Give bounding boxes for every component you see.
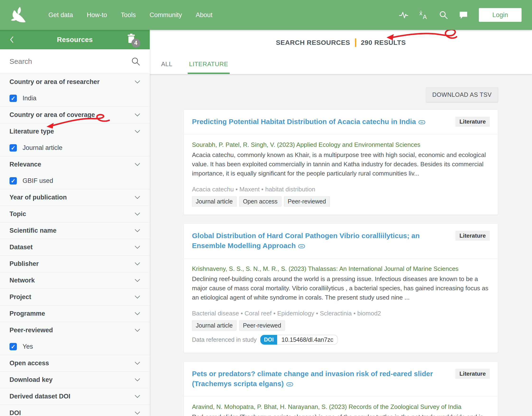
checkbox-checked[interactable]: ✓ — [10, 95, 17, 102]
result-title-link[interactable]: Pets or predators? climate change and in… — [192, 369, 449, 389]
doi-link[interactable]: DOI10.15468/dl.4an7zc — [260, 335, 338, 345]
gbif-resources-page: Get dataHow-toToolsCommunityAbout x̄ A L… — [0, 0, 532, 416]
filter-label: Literature type — [10, 128, 135, 135]
tab-all[interactable]: ALL — [160, 60, 174, 74]
result-chips: Journal articlePeer-reviewed — [192, 321, 490, 331]
chevron-down-icon — [135, 212, 140, 216]
filter-header[interactable]: Publisher — [0, 256, 150, 272]
filter-header[interactable]: Derived dataset DOI — [0, 388, 150, 405]
result-abstract: Declining reef-building corals around th… — [192, 274, 490, 302]
filter-header[interactable]: Relevance — [0, 156, 150, 173]
chevron-down-icon — [135, 130, 140, 133]
filter-label: Network — [10, 277, 135, 284]
svg-text:x̄: x̄ — [419, 10, 422, 16]
results-header-band: SEARCH RESOURCES 290 RESULTS ALL LITERAT… — [150, 30, 532, 74]
result-title-link[interactable]: Global Distribution of Hard Coral Pathog… — [192, 231, 449, 251]
filter-option[interactable]: ✓ India — [0, 90, 150, 106]
link-icon — [298, 244, 305, 249]
filter-header[interactable]: Peer-reviewed — [0, 322, 150, 339]
result-tabs: ALL LITERATURE — [160, 60, 230, 74]
filter-header[interactable]: Open access — [0, 355, 150, 371]
result-card: Pets or predators? climate change and in… — [184, 361, 498, 416]
filter-option[interactable]: ✓ Journal article — [0, 140, 150, 156]
check-icon: ✓ — [11, 344, 15, 350]
chevron-down-icon — [135, 279, 140, 282]
results-toolbar: DOWNLOAD AS TSV — [184, 87, 498, 102]
filter-label: Open access — [10, 359, 135, 367]
filter-header[interactable]: Project — [0, 289, 150, 305]
result-authors: Aravind, N. Mohopatra, P. Bhat, H. Naray… — [192, 403, 490, 411]
filter-option[interactable]: ✓ Yes — [0, 339, 150, 355]
header-divider — [355, 38, 356, 47]
checkbox-checked[interactable]: ✓ — [10, 343, 17, 350]
filter-section-programme: Programme — [0, 305, 150, 322]
filter-section-relevance: Relevance ✓ GBIF used — [0, 156, 150, 189]
result-authors: Krishnaveny, S. S., S. N., M. R., S. (20… — [192, 265, 490, 273]
filter-label: Programme — [10, 310, 135, 317]
filter-section-country-or-area-of-coverage: Country or area of coverage — [0, 107, 150, 123]
chip-peer-reviewed: Peer-reviewed — [284, 196, 330, 207]
link-icon — [418, 120, 426, 125]
filter-label: Download key — [10, 376, 135, 384]
results-header: SEARCH RESOURCES 290 RESULTS — [150, 38, 532, 47]
nav-item-about[interactable]: About — [196, 11, 213, 19]
clear-filters-button[interactable]: 4 — [127, 34, 136, 45]
chevron-down-icon — [135, 312, 140, 315]
health-pulse-icon[interactable] — [399, 10, 408, 19]
download-tsv-button[interactable]: DOWNLOAD AS TSV — [426, 87, 498, 102]
filter-header[interactable]: Download key — [0, 372, 150, 388]
login-button[interactable]: Login — [479, 8, 522, 22]
nav-icons: x̄ A — [399, 10, 468, 19]
filter-header[interactable]: Country or area of researcher — [0, 74, 150, 90]
translate-icon[interactable]: x̄ A — [419, 10, 428, 19]
top-navbar: Get dataHow-toToolsCommunityAbout x̄ A L… — [0, 0, 532, 30]
search-icon[interactable] — [439, 10, 448, 19]
filter-header[interactable]: Network — [0, 272, 150, 289]
filter-header[interactable]: Literature type — [0, 123, 150, 140]
filter-header[interactable]: Scientific name — [0, 222, 150, 239]
chevron-down-icon — [135, 411, 140, 415]
filter-label: Derived dataset DOI — [10, 393, 135, 400]
svg-text:A: A — [423, 14, 427, 19]
filter-header[interactable]: DOI — [0, 405, 150, 416]
filter-header[interactable]: Year of publication — [0, 189, 150, 206]
result-chips: Journal articleOpen accessPeer-reviewed — [192, 196, 490, 207]
check-icon: ✓ — [11, 178, 15, 184]
filter-label: Peer-reviewed — [10, 327, 135, 334]
filter-section-literature-type: Literature type ✓ Journal article — [0, 123, 150, 156]
page-title: SEARCH RESOURCES — [276, 39, 350, 47]
literature-type-badge: Literature — [455, 231, 490, 241]
nav-item-tools[interactable]: Tools — [121, 11, 136, 19]
chevron-down-icon — [135, 329, 140, 332]
filter-option-label: Journal article — [22, 144, 62, 151]
filter-header[interactable]: Dataset — [0, 239, 150, 255]
chevron-down-icon — [135, 246, 140, 249]
filter-header[interactable]: Topic — [0, 206, 150, 222]
gbif-logo[interactable] — [10, 6, 27, 23]
chevron-down-icon — [135, 196, 140, 199]
checkbox-checked[interactable]: ✓ — [10, 177, 17, 185]
tab-literature[interactable]: LITERATURE — [188, 60, 230, 74]
chat-icon[interactable] — [459, 10, 468, 19]
filter-option-label: GBIF used — [22, 177, 53, 185]
filter-option[interactable]: ✓ GBIF used — [0, 173, 150, 189]
nav-item-get-data[interactable]: Get data — [48, 11, 73, 19]
nav-item-how-to[interactable]: How-to — [87, 11, 107, 19]
filter-section-doi: DOI — [0, 405, 150, 416]
filter-header[interactable]: Country or area of coverage — [0, 107, 150, 123]
filter-section-derived-dataset-doi: Derived dataset DOI — [0, 388, 150, 405]
doi-value: 10.15468/dl.4an7zc — [277, 335, 338, 345]
filter-option-label: Yes — [22, 343, 33, 350]
filter-header[interactable]: Programme — [0, 305, 150, 322]
nav-item-community[interactable]: Community — [149, 11, 182, 19]
chevron-down-icon — [135, 113, 140, 117]
checkbox-checked[interactable]: ✓ — [10, 144, 17, 151]
result-title-link[interactable]: Predicting Potential Habitat Distributio… — [192, 117, 449, 127]
literature-type-badge: Literature — [455, 369, 490, 379]
back-chevron-icon[interactable] — [9, 36, 15, 43]
chip-journal-article: Journal article — [192, 321, 237, 331]
search-icon[interactable] — [131, 57, 140, 66]
filter-section-topic: Topic — [0, 206, 150, 222]
result-card-header: Global Distribution of Hard Coral Pathog… — [184, 224, 498, 258]
search-input[interactable] — [10, 57, 131, 66]
